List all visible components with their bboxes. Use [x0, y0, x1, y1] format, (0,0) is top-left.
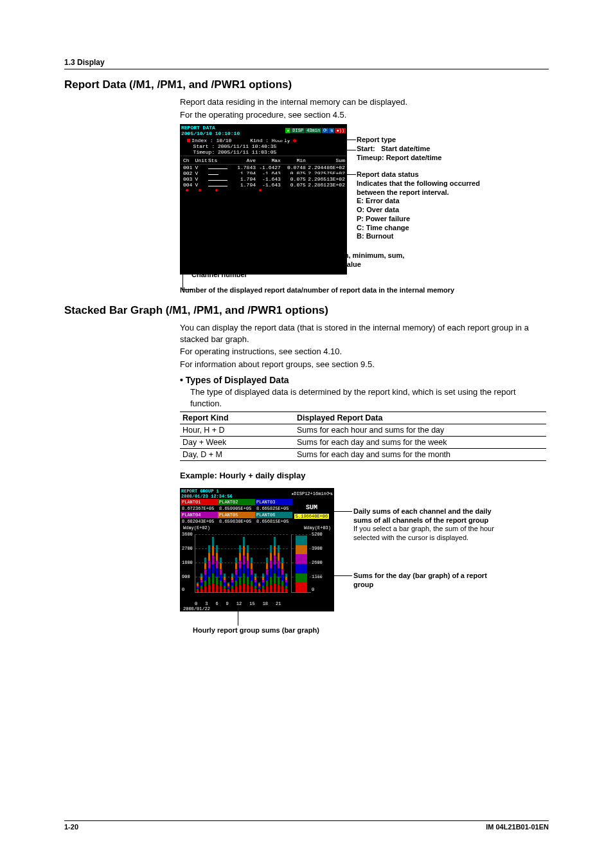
x1: 3 [205, 601, 208, 606]
yr-4: 0 [312, 587, 314, 592]
anno-e: E: Error data [357, 197, 480, 206]
yr-2: 2600 [312, 560, 323, 565]
col-sum: Sum [306, 158, 345, 163]
anno-timeup-label: Timeup: [357, 154, 384, 161]
x0: 0 [195, 601, 197, 606]
left-axis-label: Wday(E+02) [183, 525, 210, 530]
heading-stacked-bar: Stacked Bar Graph (/M1, /PM1, and /PWR1 … [64, 304, 549, 317]
data-row: 003V1.794-1.6430.0752.296513E+02 [181, 176, 346, 182]
x5: 15 [249, 601, 254, 606]
yr-0: 5200 [312, 532, 323, 537]
anno-start-label: Start: [357, 145, 375, 152]
p-stacked-3: For information about report groups, see… [180, 359, 549, 370]
shot1-title: REPORT DATA [181, 125, 240, 131]
heading-report-data: Report Data (/M1, /PM1, and /PWR1 option… [64, 78, 549, 91]
yl-1: 2700 [182, 546, 193, 551]
anno-status-desc2: between the report interval. [357, 188, 480, 197]
meta-kind: Kind : Hourly [250, 138, 290, 143]
col-min: Min [281, 158, 306, 163]
p-report-data-1: Report data residing in the internal mem… [180, 96, 549, 108]
anno2-b-head: Sums for the day (bar graph) of a report… [353, 572, 508, 590]
disp-label: DISP [291, 128, 305, 133]
plant-5: PLANT05 [218, 512, 255, 518]
meta-start: Start : 2005/11/11 10:40:35 [193, 143, 277, 149]
col-unit: Unit [195, 158, 208, 163]
anno-o: O: Over data [357, 206, 480, 215]
val-2: 8.659905E+05 [218, 505, 255, 512]
col-max: Max [256, 158, 281, 163]
expand-icon-2: ⇅ [330, 491, 333, 496]
data-row: 001V1.7843-1.64270.07482.294486E+02 [181, 165, 346, 170]
record-icon: ●)) [335, 128, 346, 133]
anno-avg: Average, maximum, minimum, sum, or insta… [284, 251, 404, 269]
p-report-data-2: For the operating procedure, see section… [180, 109, 549, 121]
x2: 6 [215, 601, 218, 606]
shot2-datetime: 2008/01/23 12:34:56 [181, 494, 233, 499]
anno-channel: Channel number [191, 271, 247, 280]
x6: 18 [263, 601, 268, 606]
anno-index: Number of the displayed report data/numb… [180, 286, 454, 295]
val-5: 8.659830E+05 [218, 518, 255, 525]
val-3: 8.665825E+05 [255, 505, 292, 512]
time-badge-2: 12+16min [305, 491, 326, 496]
figure-stacked-bar: REPORT GROUP 1 2008/01/23 12:34:56 ★DISP… [180, 488, 549, 636]
anno2-a-body: If you select a bar graph, the sum of th… [353, 525, 508, 543]
sum-label: SUM [306, 504, 317, 511]
anno-report-type: Report type [357, 136, 441, 145]
anno2-a-head: Daily sums of each channel and the daily… [353, 507, 508, 525]
th-report-kind: Report Kind [180, 412, 294, 424]
data-row: 004V1.794-1.6430.0752.286123E+02 [181, 182, 346, 188]
yl-0: 3600 [182, 532, 193, 537]
disp-label-2: DISP [294, 491, 305, 496]
p-stacked-1: You can display the report data (that is… [180, 322, 549, 345]
shot2-title: REPORT GROUP 1 [181, 489, 233, 494]
yl-3: 900 [182, 574, 190, 579]
anno-unit: Unit [195, 251, 209, 260]
page-number: 1-20 [64, 823, 78, 831]
expand-icon: ⇅ [329, 128, 334, 133]
sum-value: 5.196640E+06 [294, 514, 329, 519]
disp-badge: ★ [285, 128, 290, 133]
time-badge: 43min [305, 128, 321, 133]
bullet-types-head: • Types of Displayed Data [180, 375, 549, 385]
cycle-icon: ⟳ [322, 128, 328, 133]
yl-2: 1800 [182, 560, 193, 565]
col-ch: Ch [183, 158, 195, 163]
plant-6: PLANT06 [255, 512, 292, 518]
th-displayed-data: Displayed Report Data [294, 412, 546, 424]
anno-start-text: Start date/time [381, 145, 430, 152]
meta-index: Index : 10/10 [191, 138, 231, 143]
col-sts: Sts [208, 158, 231, 163]
plant-1: PLANT01 [181, 499, 218, 505]
data-row: 002V1.794-1.6430.0752.292575E+02 [181, 170, 346, 176]
doc-id: IM 04L21B01-01EN [486, 823, 549, 831]
yl-4: 0 [182, 587, 184, 592]
right-axis-label: Wday(E+03) [304, 525, 331, 530]
table-row: Day, D + MSums for each day and sums for… [180, 449, 546, 461]
example-head: Example: Hourly + daily display [180, 470, 549, 482]
val-4: 8.682043E+05 [181, 518, 218, 525]
table-row: Hour, H + DSums for each hour and sums f… [180, 424, 546, 437]
screenshot-stacked-bar: REPORT GROUP 1 2008/01/23 12:34:56 ★DISP… [180, 488, 334, 611]
anno-b: B: Burnout [357, 232, 480, 241]
shot1-datetime: 2005/10/10 10:10:10 [181, 131, 240, 136]
table-row: Day + WeekSums for each day and sums for… [180, 437, 546, 449]
col-ave: Ave [231, 158, 256, 163]
x3: 9 [226, 601, 229, 606]
x4: 12 [236, 601, 242, 606]
anno-p: P: Power failure [357, 215, 480, 224]
bullet-types-text: The type of displayed data is determined… [190, 386, 549, 409]
anno2-bottom: Hourly report group sums (bar graph) [193, 626, 319, 635]
yr-1: 3900 [312, 546, 323, 551]
plant-4: PLANT04 [181, 512, 218, 518]
x7: 21 [276, 601, 281, 606]
anno-timeup-text: Report date/time [386, 154, 442, 161]
anno-status-desc1: Indicates that the following occurred [357, 179, 480, 188]
figure-report-data: REPORT DATA 2005/10/10 10:10:10 ★DISP43m… [180, 124, 549, 298]
p-stacked-2: For operating instructions, see section … [180, 346, 549, 357]
val-1: 8.672367E+05 [181, 505, 218, 512]
plant-3: PLANT03 [255, 499, 292, 505]
section-path: 1.3 Display [64, 58, 549, 69]
table-report-kind: Report Kind Displayed Report Data Hour, … [180, 411, 546, 461]
plant-2: PLANT02 [218, 499, 255, 505]
